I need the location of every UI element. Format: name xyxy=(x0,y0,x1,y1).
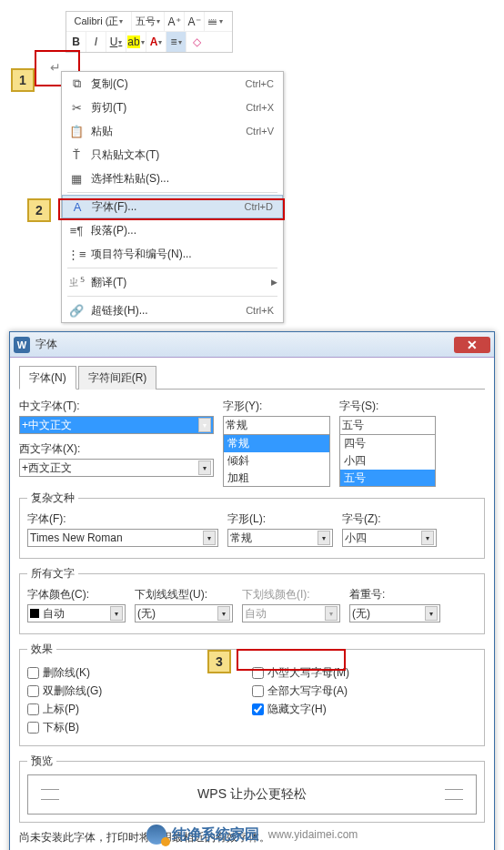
italic-button[interactable]: I xyxy=(86,32,106,52)
font-size-combo[interactable]: 五号▾ xyxy=(132,12,165,31)
underline-color-label: 下划线颜色(I): xyxy=(242,587,340,602)
font-color-button[interactable]: A▾ xyxy=(146,32,166,52)
cut-icon: ✂ xyxy=(67,101,86,115)
watermark: 纯净系统家园 www.yidaimei.com xyxy=(0,825,504,845)
style-input[interactable]: 常规 xyxy=(223,416,330,434)
superscript-checkbox[interactable]: 上标(P) xyxy=(27,702,252,717)
chevron-down-icon: ▾ xyxy=(198,460,211,475)
preview-text: WPS 让办公更轻松 xyxy=(197,786,307,803)
close-button[interactable]: ✕ xyxy=(454,337,490,353)
size-input[interactable]: 五号 xyxy=(339,416,436,434)
menu-bullets-numbering[interactable]: ⋮≡项目符号和编号(N)... xyxy=(62,242,283,266)
menu-hyperlink[interactable]: 🔗超链接(H)...Ctrl+K xyxy=(62,299,283,322)
preview-group: 预览 WPS 让办公更轻松 xyxy=(19,754,485,823)
chevron-down-icon: ▾ xyxy=(325,606,338,621)
chevron-down-icon: ▾ xyxy=(110,606,123,621)
effects-legend: 效果 xyxy=(27,642,56,657)
complex-script-group: 复杂文种 字体(F): Times New Roman▾ 字形(L): 常规▾ … xyxy=(19,491,485,559)
dialog-title: 字体 xyxy=(35,337,454,352)
shrink-font-button[interactable]: A⁻ xyxy=(185,12,205,32)
complex-legend: 复杂文种 xyxy=(27,491,78,506)
chevron-down-icon: ▾ xyxy=(318,531,330,545)
preview-right-mark xyxy=(445,789,463,800)
size-label: 字号(S): xyxy=(339,399,436,414)
menu-paragraph[interactable]: ≡¶段落(P)... xyxy=(62,218,283,242)
hyperlink-icon: 🔗 xyxy=(67,304,86,318)
complex-style-label: 字形(L): xyxy=(227,511,333,527)
menu-translate[interactable]: ㄓ⁵翻译(T)▶ xyxy=(62,270,283,294)
underline-combo[interactable]: (无)▾ xyxy=(135,604,233,622)
context-menu: ⧉复制(C)Ctrl+C ✂剪切(T)Ctrl+X 📋粘贴Ctrl+V Ť只粘贴… xyxy=(61,71,284,323)
menu-paste-special[interactable]: ▦选择性粘贴(S)... xyxy=(62,167,283,190)
line-spacing-button[interactable]: ⩸▾ xyxy=(205,12,225,32)
complex-size-combo[interactable]: 小四▾ xyxy=(342,529,437,547)
callout-3: 3 xyxy=(207,650,231,673)
tab-font[interactable]: 字体(N) xyxy=(19,366,76,390)
watermark-url: www.yidaimei.com xyxy=(268,828,358,841)
grow-font-button[interactable]: A⁺ xyxy=(165,12,185,32)
dialog-tabs: 字体(N) 字符间距(R) xyxy=(19,365,485,390)
paste-special-icon: ▦ xyxy=(67,172,86,186)
mini-format-toolbar: Calibri (正▾ 五号▾ A⁺ A⁻ ⩸▾ B I U▾ ab▾ A▾ ≡… xyxy=(66,11,233,53)
submenu-arrow-icon: ▶ xyxy=(271,278,277,287)
menu-cut[interactable]: ✂剪切(T)Ctrl+X xyxy=(62,96,283,119)
en-font-combo[interactable]: +西文正文▾ xyxy=(19,459,214,477)
double-strikethrough-checkbox[interactable]: 双删除线(G) xyxy=(27,683,252,699)
small-caps-checkbox[interactable]: 小型大写字母(M) xyxy=(252,665,477,681)
all-text-group: 所有文字 字体颜色(C):自动▾ 下划线线型(U):(无)▾ 下划线颜色(I):… xyxy=(19,566,485,634)
style-label: 字形(Y): xyxy=(223,399,330,414)
translate-icon: ㄓ⁵ xyxy=(67,274,86,290)
close-icon: ✕ xyxy=(467,338,478,352)
complex-style-combo[interactable]: 常规▾ xyxy=(227,529,333,547)
chevron-down-icon: ▾ xyxy=(421,531,434,545)
font-icon: A xyxy=(68,200,86,214)
tab-spacing[interactable]: 字符间距(R) xyxy=(78,366,157,390)
en-font-label: 西文字体(X): xyxy=(19,441,214,457)
paste-text-icon: Ť xyxy=(67,148,86,162)
subscript-checkbox[interactable]: 下标(B) xyxy=(27,720,252,735)
complex-font-label: 字体(F): xyxy=(27,511,218,527)
preview-legend: 预览 xyxy=(27,754,56,769)
copy-icon: ⧉ xyxy=(67,76,86,91)
bullets-icon: ⋮≡ xyxy=(67,248,86,261)
font-color-combo[interactable]: 自动▾ xyxy=(27,604,126,622)
watermark-logo-icon xyxy=(146,825,166,845)
underline-label: 下划线线型(U): xyxy=(135,587,233,602)
underline-button[interactable]: U▾ xyxy=(106,32,126,52)
complex-font-combo[interactable]: Times New Roman▾ xyxy=(27,529,218,547)
dialog-title-bar[interactable]: W 字体 ✕ xyxy=(10,332,494,358)
emphasis-label: 着重号: xyxy=(349,587,440,602)
format-eraser-button[interactable]: ◇ xyxy=(186,32,207,52)
chevron-down-icon: ▾ xyxy=(203,531,216,545)
font-name-combo[interactable]: Calibri (正▾ xyxy=(66,12,132,31)
size-listbox[interactable]: 四号 小四 五号 xyxy=(339,434,436,487)
chevron-down-icon: ▾ xyxy=(198,418,211,432)
watermark-brand: 纯净系统家园 xyxy=(172,825,259,845)
menu-separator xyxy=(67,192,277,193)
highlight-button[interactable]: ab▾ xyxy=(126,32,146,52)
cn-font-combo[interactable]: +中文正文▾ xyxy=(19,416,214,434)
menu-paste[interactable]: 📋粘贴Ctrl+V xyxy=(62,119,283,143)
align-button[interactable]: ≡▾ xyxy=(166,32,186,52)
menu-font[interactable]: A字体(F)...Ctrl+D xyxy=(62,195,283,218)
effects-group: 效果 删除线(K) 双删除线(G) 上标(P) 下标(B) 小型大写字母(M) … xyxy=(19,642,485,746)
complex-size-label: 字号(Z): xyxy=(342,511,437,527)
preview-left-mark xyxy=(41,789,59,800)
chevron-down-icon: ▾ xyxy=(425,606,438,621)
style-listbox[interactable]: 常规 倾斜 加粗 xyxy=(223,434,330,487)
callout-2: 2 xyxy=(27,198,51,222)
preview-box: WPS 让办公更轻松 xyxy=(27,774,477,815)
menu-paste-text-only[interactable]: Ť只粘贴文本(T) xyxy=(62,143,283,167)
menu-separator xyxy=(67,268,277,268)
hidden-text-checkbox[interactable]: 隐藏文字(H) xyxy=(252,702,477,717)
font-color-label: 字体颜色(C): xyxy=(27,587,126,602)
all-caps-checkbox[interactable]: 全部大写字母(A) xyxy=(252,683,477,699)
all-text-legend: 所有文字 xyxy=(27,566,78,582)
app-icon: W xyxy=(14,337,30,353)
emphasis-combo[interactable]: (无)▾ xyxy=(349,604,440,622)
bold-button[interactable]: B xyxy=(66,32,86,52)
paste-icon: 📋 xyxy=(67,125,86,138)
paragraph-icon: ≡¶ xyxy=(67,224,86,238)
menu-copy[interactable]: ⧉复制(C)Ctrl+C xyxy=(62,72,283,96)
font-dialog: W 字体 ✕ 字体(N) 字符间距(R) 中文字体(T): +中文正文▾ 西文字… xyxy=(9,331,495,850)
